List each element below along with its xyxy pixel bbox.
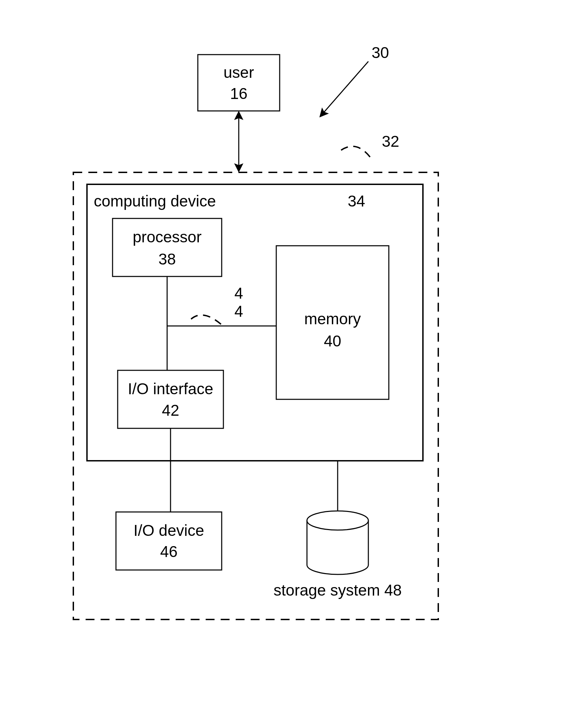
storage-label: storage system 48 bbox=[274, 581, 402, 599]
io-interface-block: I/O interface 42 bbox=[118, 370, 223, 428]
callout-overall-label: 30 bbox=[371, 44, 389, 61]
memory-block: memory 40 bbox=[276, 246, 389, 399]
svg-rect-5 bbox=[118, 370, 223, 428]
callout-overall-arrow bbox=[321, 61, 368, 116]
svg-point-9 bbox=[307, 511, 368, 530]
io-device-block: I/O device 46 bbox=[116, 512, 222, 570]
user-block: user 16 bbox=[198, 55, 280, 111]
dashed-callout-label: 32 bbox=[382, 132, 399, 150]
processor-block: processor 38 bbox=[113, 218, 222, 276]
computing-device-label: computing device bbox=[94, 192, 216, 210]
bus-label-line1: 4 bbox=[234, 284, 243, 302]
bus-label-line2: 4 bbox=[234, 302, 243, 320]
io-interface-num: 42 bbox=[162, 401, 179, 419]
storage-block: storage system 48 bbox=[274, 511, 402, 599]
dashed-callout-leader bbox=[341, 146, 370, 157]
svg-rect-8 bbox=[116, 512, 222, 570]
user-num: 16 bbox=[230, 85, 247, 102]
user-label: user bbox=[223, 63, 254, 81]
io-device-num: 46 bbox=[160, 543, 177, 560]
io-device-label: I/O device bbox=[133, 522, 204, 539]
processor-num: 38 bbox=[158, 250, 176, 268]
memory-num: 40 bbox=[324, 332, 341, 350]
svg-rect-0 bbox=[198, 55, 280, 111]
memory-label: memory bbox=[304, 310, 361, 328]
processor-label: processor bbox=[133, 228, 202, 246]
computing-device-num: 34 bbox=[348, 192, 365, 210]
callout-overall: 30 bbox=[321, 44, 389, 116]
io-interface-label: I/O interface bbox=[128, 380, 214, 398]
